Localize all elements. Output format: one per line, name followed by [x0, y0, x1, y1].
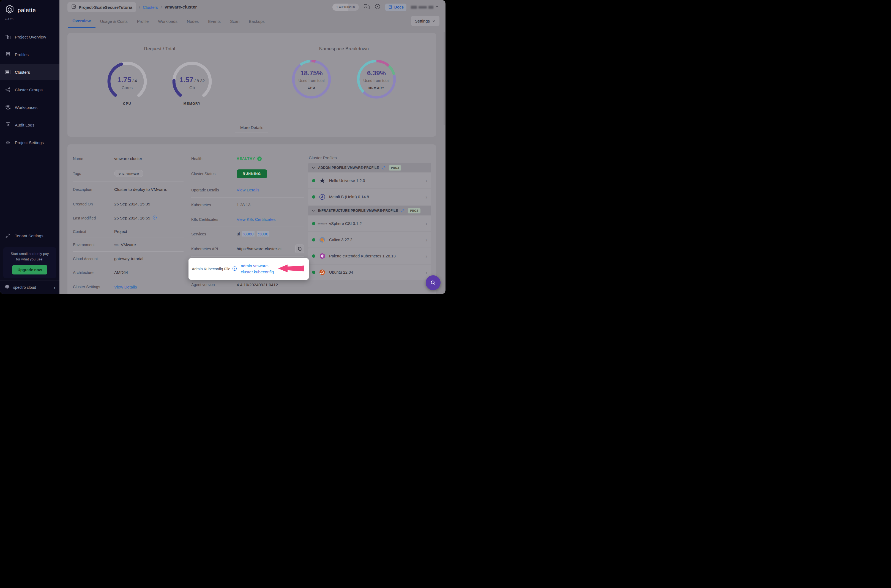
- sidebar-spacer: [0, 152, 59, 228]
- status-dot: [312, 179, 316, 182]
- tab-backups[interactable]: Backups: [244, 14, 269, 28]
- collapse-sidebar-icon[interactable]: ‹: [54, 284, 56, 291]
- chevron-right-icon: ›: [425, 194, 427, 200]
- tab-overview[interactable]: Overview: [68, 14, 96, 28]
- breadcrumb-separator: /: [139, 5, 140, 10]
- memory-donut-label: MEMORY: [368, 86, 385, 89]
- chevron-down-icon: [435, 4, 439, 10]
- memory-request-value: 1.57: [179, 76, 194, 84]
- breadcrumb-clusters-link[interactable]: Clusters: [143, 5, 158, 10]
- detail-row-health: Health HEALTHY: [191, 152, 304, 165]
- sidebar-item-audit-logs[interactable]: Audit Logs: [0, 117, 59, 132]
- sidebar-item-label: Clusters: [15, 70, 30, 75]
- sidebar-item-profiles[interactable]: Profiles: [0, 47, 59, 62]
- chat-icon[interactable]: [363, 3, 370, 11]
- addon-profile-header[interactable]: ADDON PROFILE VMWARE-PROFILE PROJ: [308, 164, 431, 172]
- detail-row-description: Description Cluster to deploy to VMware.: [73, 182, 183, 197]
- sidebar-item-project-overview[interactable]: Project Overview: [0, 29, 59, 45]
- detail-row-context: Context Project: [73, 225, 183, 238]
- cpu-used-caption: Used from total: [299, 78, 325, 83]
- docs-button[interactable]: Docs: [385, 4, 406, 11]
- detail-row-name: Name vmware-cluster: [73, 152, 183, 165]
- cloud-account-value: gateway-tutorial: [114, 256, 143, 261]
- orbit-icon: [5, 104, 11, 110]
- sidebar-item-workspaces[interactable]: Workspaces: [0, 99, 59, 115]
- tab-nodes[interactable]: Nodes: [182, 14, 203, 28]
- agent-version-value: 4.4.10/20240921.0412: [237, 282, 278, 287]
- memory-namespace-donut: 6.39% Used from total MEMORY: [355, 57, 398, 101]
- service-port-link-3000[interactable]: :3000: [257, 231, 269, 237]
- tab-workloads[interactable]: Workloads: [153, 14, 182, 28]
- profile-layer-metallb[interactable]: MetalLB (Helm) 0.14.8 ›: [308, 189, 431, 205]
- upgrade-now-button[interactable]: Upgrade now: [12, 265, 48, 274]
- sidebar-item-tenant-settings[interactable]: Tenant Settings: [0, 228, 59, 243]
- namespace-breakdown-title: Namespace Breakdown: [252, 46, 436, 52]
- service-name: ui: [237, 232, 240, 236]
- tab-scan[interactable]: Scan: [225, 14, 244, 28]
- description-value: Cluster to deploy to VMware.: [114, 187, 167, 192]
- profile-layer-calico[interactable]: Calico 3.27.2 ›: [308, 232, 431, 248]
- info-icon[interactable]: [152, 215, 157, 220]
- service-port-link-8080[interactable]: :8080: [242, 231, 255, 237]
- sidebar-item-label: Project Overview: [15, 34, 46, 39]
- cluster-tabs: Overview Usage & Costs Profile Workloads…: [59, 14, 446, 28]
- vmware-icon: vmware: [319, 220, 326, 227]
- sidebar-item-project-settings[interactable]: Project Settings: [0, 135, 59, 150]
- tab-usage-costs[interactable]: Usage & Costs: [96, 14, 132, 28]
- cluster-status-badge: RUNNING: [237, 170, 267, 178]
- masked-user-name: [428, 6, 433, 9]
- profile-layer-palette-extended-kubernetes[interactable]: Palette eXtended Kubernetes 1.28.13 ›: [308, 248, 431, 264]
- cluster-settings-view-details-link[interactable]: View Details: [114, 285, 137, 290]
- admin-kubeconfig-label: Admin Kubeconfig File: [192, 267, 230, 271]
- brand-name: palette: [18, 7, 36, 14]
- spectro-cloud-logo-icon: [4, 284, 11, 291]
- sidebar-item-clusters[interactable]: Clusters: [0, 64, 59, 80]
- cpu-gauge-label: CPU: [105, 102, 149, 106]
- sidebar-nav: Project Overview Profiles Clusters Clust…: [0, 29, 59, 152]
- memory-used-caption: Used from total: [364, 78, 390, 83]
- detail-row-agent-version: Agent version 4.4.10/20240921.0412: [191, 278, 304, 291]
- project-selector[interactable]: Project-ScaleSecureTutoria: [68, 2, 136, 12]
- upgrade-view-details-link[interactable]: View Details: [237, 188, 259, 192]
- chevron-down-icon: [432, 19, 436, 23]
- copy-icon[interactable]: [295, 244, 304, 253]
- health-status-badge: HEALTHY: [237, 156, 262, 161]
- tag-pill: env: vmware: [114, 170, 143, 177]
- detail-row-upgrade-details: Upgrade Details View Details: [191, 182, 304, 198]
- detail-row-kubernetes: Kubernetes 1.28.13: [191, 198, 304, 212]
- tab-events[interactable]: Events: [203, 14, 225, 28]
- settings-button[interactable]: Settings: [411, 16, 439, 26]
- compass-icon[interactable]: [374, 3, 381, 11]
- environment-value: VMware: [121, 242, 136, 247]
- palette-logo-icon: [5, 4, 15, 16]
- hello-universe-icon: [319, 177, 326, 184]
- cpu-gauge: 1.75/ 4 Cores CPU: [105, 59, 149, 104]
- app-window: palette 4.4.20 Project Overview Profiles…: [0, 0, 446, 294]
- last-modified-value: 25 Sep 2024, 16:55: [114, 216, 150, 220]
- server-icon: [5, 69, 11, 75]
- profile-layer-ubuntu[interactable]: Ubuntu 22.04 ›: [308, 265, 431, 280]
- tools-icon: [5, 232, 11, 239]
- detail-row-kubernetes-api: Kubernetes API https://vmware-cluster-ct…: [191, 241, 304, 256]
- sidebar-item-label: Cluster Groups: [15, 87, 43, 92]
- calico-icon: [319, 237, 326, 243]
- detail-row-architecture: Architecture AMD64: [73, 266, 183, 279]
- search-fab-button[interactable]: [426, 275, 440, 290]
- sidebar-item-label: Tenant Settings: [15, 234, 43, 238]
- memory-used-percent: 6.39%: [367, 69, 386, 77]
- usage-overview-card: Request / Total 1.75/ 4 Cores CPU: [68, 33, 436, 136]
- sidebar: palette 4.4.20 Project Overview Profiles…: [0, 0, 59, 294]
- more-details-button[interactable]: More Details: [68, 125, 436, 133]
- sidebar-item-cluster-groups[interactable]: Cluster Groups: [0, 82, 59, 98]
- tab-profile[interactable]: Profile: [132, 14, 153, 28]
- user-menu[interactable]: [411, 4, 439, 10]
- infrastructure-profile-header[interactable]: INFRASTRUCTURE PROFILE VMWARE-PROFILE PR…: [308, 206, 431, 215]
- profile-layer-hello-universe[interactable]: Hello Universe 1.2.0 ›: [308, 173, 431, 188]
- info-icon[interactable]: [232, 266, 237, 272]
- admin-kubeconfig-file-link[interactable]: admin.vmware- cluster.kubeconfig: [241, 263, 274, 275]
- profile-layer-vsphere-csi[interactable]: vmware vSphere CSI 3.1.2 ›: [308, 216, 431, 231]
- architecture-value: AMD64: [114, 270, 128, 275]
- pxk-icon: [319, 253, 326, 260]
- view-k8s-certificates-link[interactable]: View K8s Certificates: [237, 217, 275, 222]
- scrollbar[interactable]: [443, 32, 445, 125]
